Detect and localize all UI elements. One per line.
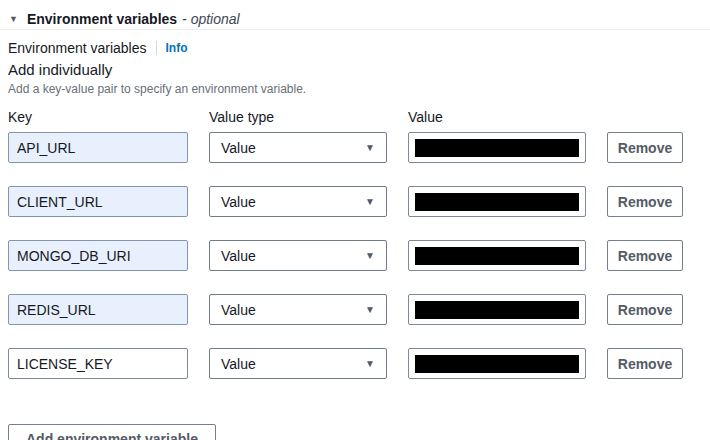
redacted-value-bar [415,301,579,319]
chevron-down-icon: ▼ [365,251,375,261]
key-input[interactable] [8,348,188,379]
value-input[interactable] [408,132,586,163]
chevron-down-icon: ▼ [365,143,375,153]
key-input[interactable] [8,132,188,163]
chevron-down-icon: ▼ [365,197,375,207]
value-type-selected: Value [221,140,256,156]
redacted-value-bar [415,247,579,265]
add-environment-variable-button[interactable]: Add environment variable [8,424,216,440]
value-input[interactable] [408,294,586,325]
field-label-row: Environment variables Info [8,39,710,56]
remove-button[interactable]: Remove [607,294,683,325]
key-input[interactable] [8,294,188,325]
section-title: Environment variables [27,11,177,27]
env-var-row: Value ▼ Remove [8,240,710,271]
env-var-row: Value ▼ Remove [8,348,710,379]
column-labels: Key Value type Value [8,110,710,124]
value-input[interactable] [408,348,586,379]
value-type-select[interactable]: Value ▼ [209,240,387,271]
redacted-value-bar [415,139,579,157]
key-input[interactable] [8,240,188,271]
value-type-select[interactable]: Value ▼ [209,348,387,379]
value-type-selected: Value [221,248,256,264]
field-label: Environment variables [8,40,147,56]
redacted-value-bar [415,355,579,373]
add-individually-description: Add a key-value pair to specify an envir… [8,83,710,96]
value-input[interactable] [408,240,586,271]
chevron-down-icon: ▼ [365,359,375,369]
remove-button[interactable]: Remove [607,132,683,163]
remove-button[interactable]: Remove [607,186,683,217]
chevron-down-icon: ▼ [365,305,375,315]
value-input[interactable] [408,186,586,217]
section-header-environment-variables[interactable]: ▼ Environment variables - optional [0,0,710,30]
env-var-row: Value ▼ Remove [8,132,710,163]
value-type-select[interactable]: Value ▼ [209,132,387,163]
info-link[interactable]: Info [166,41,188,55]
key-input[interactable] [8,186,188,217]
value-type-select[interactable]: Value ▼ [209,186,387,217]
remove-button[interactable]: Remove [607,348,683,379]
section-optional-suffix: - optional [182,11,240,27]
value-type-select[interactable]: Value ▼ [209,294,387,325]
env-var-row: Value ▼ Remove [8,186,710,217]
value-type-selected: Value [221,356,256,372]
value-type-selected: Value [221,194,256,210]
section-content: Environment variables Info Add individua… [0,30,710,440]
env-var-row: Value ▼ Remove [8,294,710,325]
remove-button[interactable]: Remove [607,240,683,271]
column-label-value: Value [408,110,586,124]
collapse-triangle-icon: ▼ [9,15,18,24]
column-label-value-type: Value type [209,110,387,124]
label-separator [156,41,157,55]
add-individually-title: Add individually [8,61,710,78]
column-label-key: Key [8,110,188,124]
value-type-selected: Value [221,302,256,318]
redacted-value-bar [415,193,579,211]
